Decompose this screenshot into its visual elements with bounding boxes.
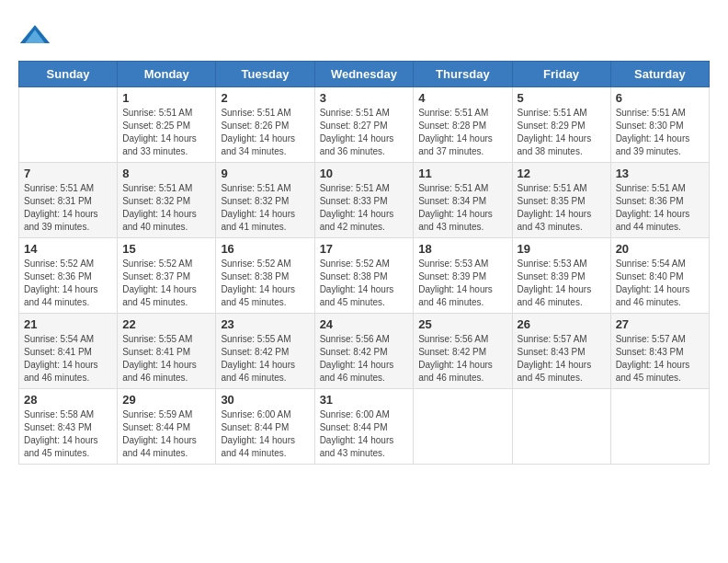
logo-icon xyxy=(18,18,51,52)
day-number: 31 xyxy=(320,393,409,407)
weekday-header-saturday: Saturday xyxy=(610,62,709,87)
day-info: Sunrise: 5:51 AM Sunset: 8:35 PM Dayligh… xyxy=(518,182,606,234)
day-number: 6 xyxy=(616,91,704,105)
calendar-cell: 14Sunrise: 5:52 AM Sunset: 8:36 PM Dayli… xyxy=(19,238,118,314)
calendar-cell: 7Sunrise: 5:51 AM Sunset: 8:31 PM Daylig… xyxy=(19,163,118,238)
day-number: 18 xyxy=(418,242,506,256)
day-number: 25 xyxy=(418,317,506,331)
calendar-cell: 8Sunrise: 5:51 AM Sunset: 8:32 PM Daylig… xyxy=(118,163,216,238)
day-number: 15 xyxy=(122,242,210,256)
day-info: Sunrise: 5:52 AM Sunset: 8:38 PM Dayligh… xyxy=(221,258,309,309)
calendar-cell: 19Sunrise: 5:53 AM Sunset: 8:39 PM Dayli… xyxy=(512,238,610,314)
calendar-header: SundayMondayTuesdayWednesdayThursdayFrid… xyxy=(19,62,710,87)
calendar-cell: 9Sunrise: 5:51 AM Sunset: 8:32 PM Daylig… xyxy=(216,163,314,238)
calendar-week-3: 14Sunrise: 5:52 AM Sunset: 8:36 PM Dayli… xyxy=(19,238,710,314)
calendar-cell: 26Sunrise: 5:57 AM Sunset: 8:43 PM Dayli… xyxy=(512,314,610,389)
day-info: Sunrise: 5:56 AM Sunset: 8:42 PM Dayligh… xyxy=(418,333,506,385)
calendar-cell: 18Sunrise: 5:53 AM Sunset: 8:39 PM Dayli… xyxy=(414,238,512,314)
day-number: 14 xyxy=(24,242,112,256)
day-info: Sunrise: 6:00 AM Sunset: 8:44 PM Dayligh… xyxy=(320,408,409,460)
day-number: 8 xyxy=(122,167,210,180)
day-number: 4 xyxy=(418,91,506,105)
day-number: 7 xyxy=(24,167,112,180)
weekday-header-wednesday: Wednesday xyxy=(314,62,414,87)
calendar-table: SundayMondayTuesdayWednesdayThursdayFrid… xyxy=(18,61,710,465)
day-info: Sunrise: 5:56 AM Sunset: 8:42 PM Dayligh… xyxy=(320,333,409,385)
day-info: Sunrise: 5:58 AM Sunset: 8:43 PM Dayligh… xyxy=(24,408,112,460)
calendar-cell: 12Sunrise: 5:51 AM Sunset: 8:35 PM Dayli… xyxy=(512,163,610,238)
day-info: Sunrise: 5:57 AM Sunset: 8:43 PM Dayligh… xyxy=(518,333,606,385)
day-info: Sunrise: 5:51 AM Sunset: 8:30 PM Dayligh… xyxy=(616,107,704,158)
day-number: 17 xyxy=(320,242,409,256)
day-number: 9 xyxy=(221,167,309,180)
day-info: Sunrise: 5:51 AM Sunset: 8:34 PM Dayligh… xyxy=(418,182,506,234)
day-number: 16 xyxy=(221,242,309,256)
calendar-cell: 29Sunrise: 5:59 AM Sunset: 8:44 PM Dayli… xyxy=(118,389,216,465)
day-info: Sunrise: 5:57 AM Sunset: 8:43 PM Dayligh… xyxy=(616,333,704,385)
weekday-header-friday: Friday xyxy=(512,62,610,87)
day-number: 1 xyxy=(122,91,210,105)
weekday-header-sunday: Sunday xyxy=(19,62,118,87)
day-info: Sunrise: 5:51 AM Sunset: 8:31 PM Dayligh… xyxy=(24,182,112,234)
calendar-cell: 30Sunrise: 6:00 AM Sunset: 8:44 PM Dayli… xyxy=(216,389,314,465)
weekday-header-thursday: Thursday xyxy=(414,62,512,87)
calendar-cell xyxy=(414,389,512,465)
calendar-cell: 4Sunrise: 5:51 AM Sunset: 8:28 PM Daylig… xyxy=(414,87,512,163)
logo xyxy=(18,18,57,52)
calendar-cell xyxy=(19,87,118,163)
calendar-cell: 2Sunrise: 5:51 AM Sunset: 8:26 PM Daylig… xyxy=(216,87,314,163)
day-info: Sunrise: 5:51 AM Sunset: 8:29 PM Dayligh… xyxy=(518,107,606,158)
calendar-week-5: 28Sunrise: 5:58 AM Sunset: 8:43 PM Dayli… xyxy=(19,389,710,465)
day-number: 20 xyxy=(616,242,704,256)
calendar-cell: 5Sunrise: 5:51 AM Sunset: 8:29 PM Daylig… xyxy=(512,87,610,163)
day-number: 12 xyxy=(518,167,606,180)
day-info: Sunrise: 5:52 AM Sunset: 8:38 PM Dayligh… xyxy=(320,258,409,309)
day-info: Sunrise: 5:53 AM Sunset: 8:39 PM Dayligh… xyxy=(518,258,606,309)
day-info: Sunrise: 5:51 AM Sunset: 8:33 PM Dayligh… xyxy=(320,182,409,234)
calendar-week-2: 7Sunrise: 5:51 AM Sunset: 8:31 PM Daylig… xyxy=(19,163,710,238)
day-number: 10 xyxy=(320,167,409,180)
calendar-cell: 21Sunrise: 5:54 AM Sunset: 8:41 PM Dayli… xyxy=(19,314,118,389)
calendar-cell: 10Sunrise: 5:51 AM Sunset: 8:33 PM Dayli… xyxy=(314,163,414,238)
day-info: Sunrise: 5:54 AM Sunset: 8:40 PM Dayligh… xyxy=(616,258,704,309)
day-number: 19 xyxy=(518,242,606,256)
day-number: 13 xyxy=(616,167,704,180)
day-info: Sunrise: 5:55 AM Sunset: 8:41 PM Dayligh… xyxy=(122,333,210,385)
day-number: 3 xyxy=(320,91,409,105)
calendar-week-1: 1Sunrise: 5:51 AM Sunset: 8:25 PM Daylig… xyxy=(19,87,710,163)
weekday-header-row: SundayMondayTuesdayWednesdayThursdayFrid… xyxy=(19,62,710,87)
calendar-cell: 23Sunrise: 5:55 AM Sunset: 8:42 PM Dayli… xyxy=(216,314,314,389)
weekday-header-tuesday: Tuesday xyxy=(216,62,314,87)
day-info: Sunrise: 5:55 AM Sunset: 8:42 PM Dayligh… xyxy=(221,333,309,385)
day-number: 26 xyxy=(518,317,606,331)
calendar-cell xyxy=(512,389,610,465)
calendar-week-4: 21Sunrise: 5:54 AM Sunset: 8:41 PM Dayli… xyxy=(19,314,710,389)
day-info: Sunrise: 5:53 AM Sunset: 8:39 PM Dayligh… xyxy=(418,258,506,309)
day-info: Sunrise: 5:59 AM Sunset: 8:44 PM Dayligh… xyxy=(122,408,210,460)
day-number: 22 xyxy=(122,317,210,331)
calendar-cell: 13Sunrise: 5:51 AM Sunset: 8:36 PM Dayli… xyxy=(610,163,709,238)
calendar-cell: 11Sunrise: 5:51 AM Sunset: 8:34 PM Dayli… xyxy=(414,163,512,238)
day-number: 2 xyxy=(221,91,309,105)
calendar-cell: 20Sunrise: 5:54 AM Sunset: 8:40 PM Dayli… xyxy=(610,238,709,314)
calendar-cell: 15Sunrise: 5:52 AM Sunset: 8:37 PM Dayli… xyxy=(118,238,216,314)
day-number: 24 xyxy=(320,317,409,331)
day-number: 11 xyxy=(418,167,506,180)
day-number: 23 xyxy=(221,317,309,331)
day-info: Sunrise: 5:51 AM Sunset: 8:36 PM Dayligh… xyxy=(616,182,704,234)
day-info: Sunrise: 5:51 AM Sunset: 8:27 PM Dayligh… xyxy=(320,107,409,158)
calendar-cell: 22Sunrise: 5:55 AM Sunset: 8:41 PM Dayli… xyxy=(118,314,216,389)
calendar-cell: 27Sunrise: 5:57 AM Sunset: 8:43 PM Dayli… xyxy=(610,314,709,389)
day-number: 30 xyxy=(221,393,309,407)
weekday-header-monday: Monday xyxy=(118,62,216,87)
calendar-cell: 16Sunrise: 5:52 AM Sunset: 8:38 PM Dayli… xyxy=(216,238,314,314)
day-number: 27 xyxy=(616,317,704,331)
day-number: 21 xyxy=(24,317,112,331)
calendar-cell xyxy=(610,389,709,465)
day-info: Sunrise: 5:51 AM Sunset: 8:32 PM Dayligh… xyxy=(122,182,210,234)
day-number: 5 xyxy=(518,91,606,105)
calendar-body: 1Sunrise: 5:51 AM Sunset: 8:25 PM Daylig… xyxy=(19,87,710,465)
calendar-cell: 25Sunrise: 5:56 AM Sunset: 8:42 PM Dayli… xyxy=(414,314,512,389)
calendar-cell: 28Sunrise: 5:58 AM Sunset: 8:43 PM Dayli… xyxy=(19,389,118,465)
calendar-cell: 31Sunrise: 6:00 AM Sunset: 8:44 PM Dayli… xyxy=(314,389,414,465)
